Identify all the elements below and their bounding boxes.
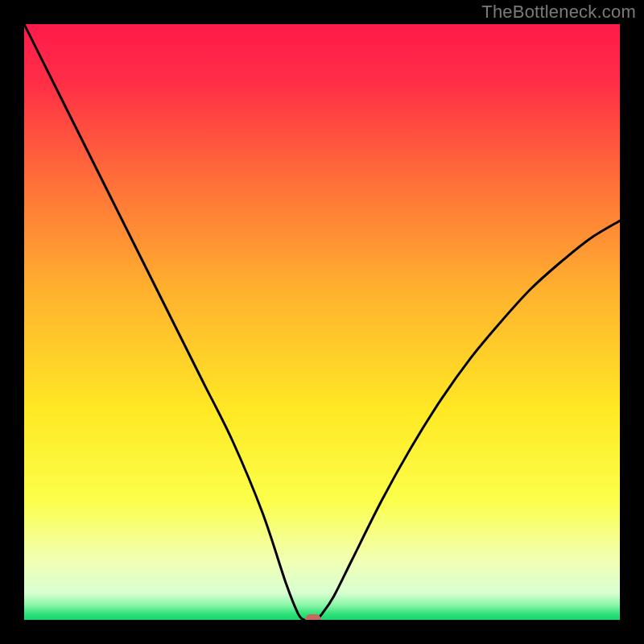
- watermark-text: TheBottleneck.com: [481, 2, 636, 23]
- gradient-background: [24, 24, 620, 620]
- chart-frame: TheBottleneck.com: [0, 0, 644, 644]
- plot-svg: [24, 24, 620, 620]
- plot-area: [24, 24, 620, 620]
- optimal-point-marker: [305, 614, 321, 620]
